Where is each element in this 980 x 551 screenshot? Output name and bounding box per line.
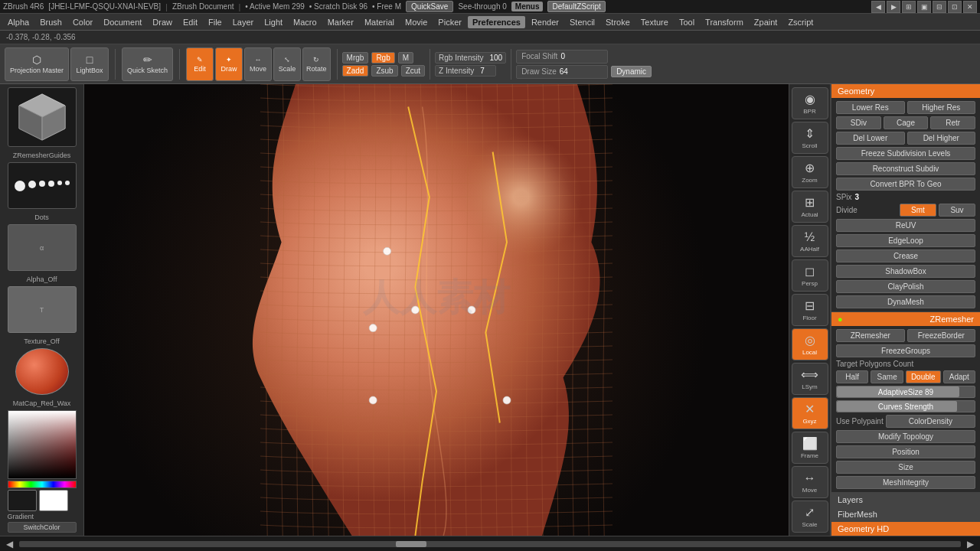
menu-color[interactable]: Color [68, 16, 97, 28]
lightbox-button[interactable]: □ LightBox [70, 47, 109, 81]
move-rtool-button[interactable]: ↔ Move [792, 466, 828, 498]
z-intensity-slider[interactable]: Z Intensity 7 [435, 65, 496, 77]
persp-button[interactable]: ◻ Persp [792, 259, 828, 292]
menu-transform[interactable]: Transform [701, 16, 748, 28]
smt-button[interactable]: Smt [900, 204, 936, 217]
shadowbox-button[interactable]: ShadowBox [836, 265, 975, 278]
freeze-groups-button[interactable]: FreezeGroups [836, 344, 975, 357]
menu-alpha[interactable]: Alpha [3, 16, 34, 28]
menu-preferences[interactable]: Preferences [468, 16, 525, 28]
icon-btn-6[interactable]: ⊡ [948, 1, 962, 13]
zremesher-button[interactable]: ZRemesher [836, 329, 905, 342]
menu-document[interactable]: Document [99, 16, 146, 28]
bpr-button[interactable]: ◉ BPR [792, 87, 828, 119]
quick-sketch-button[interactable]: ✏ Quick Sketch [122, 47, 173, 81]
half-button[interactable]: Half [836, 370, 868, 383]
icon-btn-1[interactable]: ◀ [871, 1, 885, 13]
bottom-scrollbar[interactable] [19, 541, 961, 547]
hue-bar[interactable] [8, 481, 77, 488]
adaptive-size-slider[interactable]: AdaptiveSize 89 [836, 386, 975, 398]
rotate-button[interactable]: ↻ Rotate [302, 47, 331, 81]
script-button[interactable]: DefaultZScript [547, 1, 605, 12]
geometry-hd-header[interactable]: Geometry HD [831, 522, 980, 536]
zadd-button[interactable]: Zadd [342, 65, 369, 77]
menu-file[interactable]: File [204, 16, 227, 28]
reconstruct-button[interactable]: Reconstruct Subdiv [836, 162, 975, 175]
suv-button[interactable]: Suv [939, 204, 975, 217]
scale-button[interactable]: ⤡ Scale [273, 47, 301, 81]
quicksave-button[interactable]: QuickSave [406, 1, 453, 12]
scroll-button[interactable]: ⇕ Scroll [792, 122, 828, 154]
swatch-black[interactable] [8, 490, 37, 511]
projection-master-button[interactable]: ⬡ Projection Master [5, 47, 69, 81]
zsub-button[interactable]: Zsub [371, 65, 397, 77]
color-gradient[interactable] [8, 410, 77, 479]
edgeloop-button[interactable]: EdgeLoop [836, 234, 975, 247]
adapt-button[interactable]: Adapt [943, 370, 975, 383]
swatch-white[interactable] [39, 490, 68, 511]
switch-color-button[interactable]: SwitchColor [8, 522, 77, 533]
move-button[interactable]: ↔ Move [244, 47, 272, 81]
modify-topology-button[interactable]: Modify Topology [836, 430, 975, 443]
menu-layer[interactable]: Layer [228, 16, 259, 28]
geometry-header[interactable]: Geometry [831, 84, 980, 98]
dynamic-button[interactable]: Dynamic [611, 66, 652, 77]
icon-btn-7[interactable]: ✕ [963, 1, 977, 13]
convert-button[interactable]: Convert BPR To Geo [836, 178, 975, 191]
actual-button[interactable]: ⊞ Actual [792, 191, 828, 223]
reuv-button[interactable]: ReUV [836, 219, 975, 232]
menu-zscript[interactable]: Zscript [783, 16, 818, 28]
edit-button[interactable]: ✎ Edit [186, 47, 214, 81]
zoom-button[interactable]: ⊕ Zoom [792, 156, 828, 188]
position-button[interactable]: Position [836, 445, 975, 458]
same-button[interactable]: Same [871, 370, 903, 383]
freeze-border-button[interactable]: FreezeBorder [907, 329, 976, 342]
fibermesh-header[interactable]: FiberMesh [831, 507, 980, 521]
menu-tool[interactable]: Tool [675, 16, 699, 28]
menu-texture[interactable]: Texture [636, 16, 673, 28]
zcut-button[interactable]: Zcut [401, 65, 425, 77]
scale-rtool-button[interactable]: ⤢ Scale [792, 500, 828, 533]
crease-button[interactable]: Crease [836, 249, 975, 262]
draw-size-slider[interactable]: Draw Size 64 [516, 65, 608, 79]
double-button[interactable]: Double [906, 370, 941, 383]
local-button[interactable]: ◎ Local [792, 328, 828, 360]
dynamesh-button[interactable]: DynaMesh [836, 295, 975, 308]
del-higher-button[interactable]: Del Higher [907, 132, 976, 145]
menu-movie[interactable]: Movie [400, 16, 432, 28]
frame-button[interactable]: ⬜ Frame [792, 432, 828, 464]
left-arrow[interactable]: ◀ [6, 539, 13, 549]
lsym-button[interactable]: ⟺ LSym [792, 363, 828, 395]
zremesher-preview[interactable] [8, 87, 77, 147]
matcap-sphere[interactable] [15, 348, 69, 395]
m-button[interactable]: M [398, 52, 413, 64]
higher-res-button[interactable]: Higher Res [907, 101, 976, 114]
floor-button[interactable]: ⊟ Floor [792, 294, 828, 326]
mesh-integrity-button[interactable]: MeshIntegrity [836, 476, 975, 489]
retr-button[interactable]: Retr [930, 116, 975, 129]
sdiv-button[interactable]: SDiv [836, 116, 881, 129]
menu-render[interactable]: Render [527, 16, 564, 28]
menu-edit[interactable]: Edit [178, 16, 202, 28]
menu-brush[interactable]: Brush [35, 16, 67, 28]
del-lower-button[interactable]: Del Lower [836, 132, 905, 145]
color-density-button[interactable]: ColorDensity [886, 415, 975, 428]
cage-button[interactable]: Cage [884, 116, 929, 129]
menu-zpaint[interactable]: Zpaint [750, 16, 782, 28]
curves-strength-slider[interactable]: Curves Strength [836, 400, 975, 412]
icon-btn-4[interactable]: ▣ [917, 1, 931, 13]
menu-stroke[interactable]: Stroke [601, 16, 635, 28]
menus-button[interactable]: Menus [511, 2, 544, 11]
brush-preview[interactable] [8, 162, 77, 209]
gxyz-button[interactable]: ✕ Gxyz [792, 397, 828, 429]
claypolish-button[interactable]: ClayPolish [836, 280, 975, 293]
menu-draw[interactable]: Draw [148, 16, 177, 28]
menu-light[interactable]: Light [260, 16, 287, 28]
menu-marker[interactable]: Marker [323, 16, 358, 28]
mrgb-button[interactable]: Mrgb [342, 52, 369, 64]
lower-res-button[interactable]: Lower Res [836, 101, 905, 114]
zremesher-header[interactable]: ● ZRemesher [831, 312, 980, 326]
focal-shift-slider[interactable]: Focal Shift 0 [516, 50, 608, 64]
menu-picker[interactable]: Picker [433, 16, 466, 28]
right-arrow[interactable]: ▶ [967, 539, 974, 549]
